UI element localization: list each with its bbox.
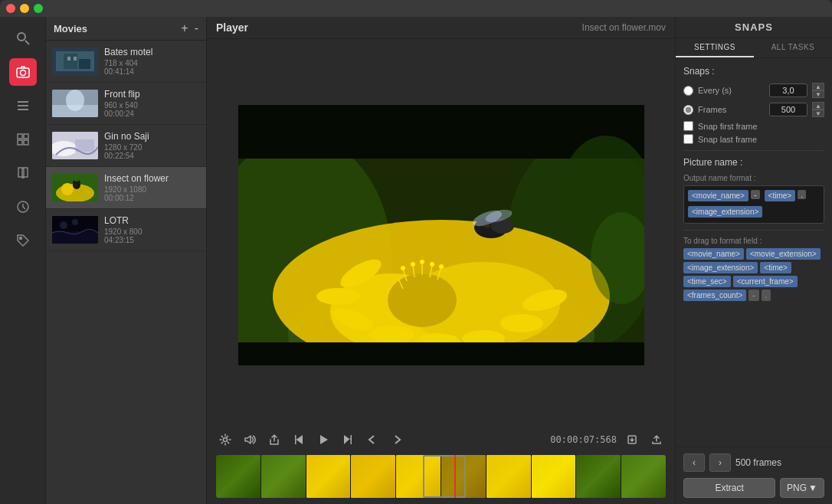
player-area: Player Insect on flower.mov xyxy=(207,17,675,504)
movie-item-insect[interactable]: Insect on flower 1920 x 108000:00:12 xyxy=(46,167,206,209)
snap-first-checkbox[interactable] xyxy=(683,121,693,131)
tab-settings[interactable]: SETTINGS xyxy=(676,38,754,57)
video-frame xyxy=(238,105,644,365)
extract-button[interactable]: Extract xyxy=(683,478,775,498)
snap-last-row: Snap last frame xyxy=(683,134,824,144)
movie-info-gin: Gin no Saji 1280 x 72000:22:54 xyxy=(104,131,200,160)
movies-list: Bates motel 718 x 40400:41:14 Front flip… xyxy=(46,41,206,504)
movie-item-gin[interactable]: Gin no Saji 1280 x 72000:22:54 xyxy=(46,125,206,167)
tag-image-ext[interactable]: <image_extension> xyxy=(688,206,762,218)
app-body: Movies + - xyxy=(0,17,832,504)
drag-tag-frames-count[interactable]: <frames_count> xyxy=(683,290,746,301)
play-btn[interactable] xyxy=(314,430,332,449)
icon-sidebar xyxy=(0,17,46,504)
drag-tag-current-frame[interactable]: <current_frame> xyxy=(733,276,798,287)
skip-back-btn[interactable] xyxy=(290,430,308,449)
output-format-box[interactable]: <movie_name> - <time> . <image_extension… xyxy=(683,185,824,224)
add-movie-button[interactable]: + xyxy=(181,21,188,35)
player-header: Player Insect on flower.mov xyxy=(207,17,675,39)
volume-ctrl-btn[interactable] xyxy=(241,430,259,449)
next-frames-btn[interactable]: › xyxy=(709,453,731,472)
tag-dash-1[interactable]: - xyxy=(751,190,760,199)
list-icon-btn[interactable] xyxy=(9,92,37,119)
svg-line-1 xyxy=(25,41,29,44)
export-icon-btn[interactable] xyxy=(623,430,641,449)
frames-radio[interactable] xyxy=(683,105,693,115)
snap-last-checkbox[interactable] xyxy=(683,134,693,144)
every-value-input[interactable] xyxy=(769,83,807,97)
layers-icon-btn[interactable] xyxy=(9,126,37,153)
timeline-strip xyxy=(216,455,666,498)
next-frame-btn[interactable] xyxy=(388,430,406,449)
snaps-panel: SNAPS SETTINGS ALL TASKS Snaps : Every (… xyxy=(675,17,832,504)
svg-rect-10 xyxy=(24,140,28,145)
timeline[interactable] xyxy=(216,455,666,498)
frames-spin-up[interactable]: ▲ xyxy=(812,102,824,110)
frames-value-input[interactable] xyxy=(769,103,807,116)
frames-label: Frames xyxy=(698,105,765,114)
clock-icon-btn[interactable] xyxy=(9,193,37,221)
drag-tag-time[interactable]: <time> xyxy=(760,262,791,273)
svg-point-3 xyxy=(20,70,25,76)
svg-rect-8 xyxy=(24,134,28,139)
movie-name-lotr: LOTR xyxy=(104,215,200,226)
prev-frame-btn[interactable] xyxy=(363,430,382,449)
every-spin-down[interactable]: ▼ xyxy=(812,90,824,98)
drag-tag-image-ext[interactable]: <image_extension> xyxy=(683,262,758,273)
player-filename: Insect on flower.mov xyxy=(582,22,666,33)
drag-tag-time-sec[interactable]: <time_sec> xyxy=(683,276,731,287)
svg-point-61 xyxy=(430,262,434,267)
maximize-button[interactable] xyxy=(34,4,43,13)
title-bar xyxy=(0,0,832,17)
tag-icon-btn[interactable] xyxy=(9,227,37,254)
format-label: PNG xyxy=(787,483,807,493)
svg-rect-15 xyxy=(64,54,77,69)
movie-thumb-insect xyxy=(52,174,98,201)
bottom-controls: ‹ › 500 frames Extract PNG ▼ xyxy=(676,447,832,504)
every-radio[interactable] xyxy=(683,86,693,96)
skip-forward-btn[interactable] xyxy=(339,430,357,449)
book-icon-btn[interactable] xyxy=(9,159,37,187)
tag-movie-name[interactable]: <movie_name> xyxy=(688,190,748,201)
prev-frames-btn[interactable]: ‹ xyxy=(683,453,705,472)
frames-nav: ‹ › 500 frames xyxy=(683,453,824,472)
share2-icon-btn[interactable] xyxy=(647,430,666,449)
video-container xyxy=(207,39,675,427)
minimize-button[interactable] xyxy=(20,4,29,13)
format-button[interactable]: PNG ▼ xyxy=(780,478,824,498)
svg-point-62 xyxy=(439,264,444,269)
drag-tag-dot[interactable]: . xyxy=(762,290,771,301)
movie-thumb-gin xyxy=(52,132,98,159)
drag-tag-movie-name[interactable]: <movie_name> xyxy=(683,248,744,260)
frames-spin-down[interactable]: ▼ xyxy=(812,110,824,117)
movie-info-lotr: LOTR 1920 x 80004:23:15 xyxy=(104,215,200,244)
tag-time[interactable]: <time> xyxy=(765,190,796,201)
movie-name-gin: Gin no Saji xyxy=(104,131,200,142)
settings-ctrl-btn[interactable] xyxy=(216,430,234,449)
svg-rect-17 xyxy=(67,57,70,61)
every-spin-up[interactable]: ▲ xyxy=(812,83,824,90)
movie-item-front[interactable]: Front flip 960 x 54000:00:24 xyxy=(46,83,206,125)
snaps-title: SNAPS xyxy=(676,17,832,38)
snaps-section-label: Snaps : xyxy=(683,66,824,77)
movie-thumb-lotr xyxy=(52,216,98,244)
search-icon-btn[interactable] xyxy=(9,25,37,52)
movie-meta-bates: 718 x 40400:41:14 xyxy=(104,59,200,76)
extract-row: Extract PNG ▼ xyxy=(683,478,824,498)
movie-item-bates[interactable]: Bates motel 718 x 40400:41:14 xyxy=(46,41,206,83)
every-label: Every (s) xyxy=(698,86,765,95)
remove-movie-button[interactable]: - xyxy=(195,21,198,35)
movies-panel: Movies + - xyxy=(46,17,207,504)
svg-rect-16 xyxy=(79,59,90,69)
share-ctrl-btn[interactable] xyxy=(265,430,283,449)
camera-icon-btn[interactable] xyxy=(9,58,37,86)
drag-section: To drag to format field : <movie_name> <… xyxy=(683,237,824,301)
drag-tag-minus[interactable]: - xyxy=(748,290,758,301)
movie-item-lotr[interactable]: LOTR 1920 x 80004:23:15 xyxy=(46,209,206,251)
every-spinners: ▲ ▼ xyxy=(812,83,824,98)
picture-section-label: Picture name : xyxy=(683,157,824,168)
tag-dot-1[interactable]: . xyxy=(798,190,806,199)
tab-all-tasks[interactable]: ALL TASKS xyxy=(754,38,832,57)
close-button[interactable] xyxy=(6,4,15,13)
drag-tag-movie-ext[interactable]: <movie_extension> xyxy=(746,248,821,260)
